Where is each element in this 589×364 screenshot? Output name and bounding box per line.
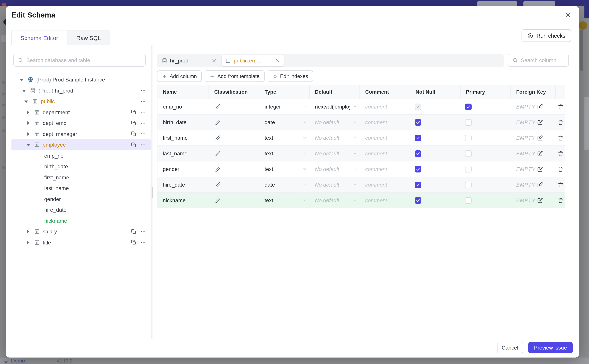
default-select[interactable]: No default bbox=[309, 130, 360, 145]
caret-right-icon[interactable] bbox=[26, 230, 30, 234]
tree-item-dept_emp[interactable]: dept_emp bbox=[11, 118, 151, 129]
tree-item-hire_date[interactable]: hire_date bbox=[11, 204, 151, 215]
column-name-cell[interactable]: hire_date bbox=[157, 177, 209, 192]
not-null-checkbox[interactable] bbox=[415, 119, 421, 125]
not-null-checkbox[interactable] bbox=[415, 150, 421, 157]
type-select[interactable]: date bbox=[259, 177, 309, 192]
type-select[interactable]: text bbox=[259, 146, 309, 161]
primary-checkbox[interactable] bbox=[465, 103, 472, 110]
duplicate-icon[interactable] bbox=[131, 110, 136, 115]
default-select[interactable]: No default bbox=[309, 193, 360, 208]
tree-item-title[interactable]: title bbox=[11, 237, 151, 248]
more-options-icon[interactable] bbox=[140, 120, 146, 126]
tree-item-hr_prod[interactable]: (Prod) hr_prod bbox=[11, 85, 151, 96]
delete-column-icon[interactable] bbox=[557, 151, 563, 156]
column-name-cell[interactable]: gender bbox=[157, 162, 209, 177]
editor-tab-public-employee[interactable]: public.em... bbox=[222, 55, 284, 66]
duplicate-icon[interactable] bbox=[131, 142, 136, 148]
comment-input[interactable]: comment bbox=[360, 162, 410, 177]
tree-item-birth_date[interactable]: birth_date bbox=[11, 161, 151, 172]
more-options-icon[interactable] bbox=[140, 240, 146, 245]
more-options-icon[interactable] bbox=[140, 88, 146, 93]
pencil-icon[interactable] bbox=[215, 197, 221, 203]
more-options-icon[interactable] bbox=[140, 110, 146, 115]
tree-item-department[interactable]: department bbox=[11, 107, 151, 118]
comment-input[interactable]: comment bbox=[360, 177, 410, 192]
primary-checkbox[interactable] bbox=[465, 197, 472, 203]
duplicate-icon[interactable] bbox=[131, 229, 136, 234]
add-from-template-button[interactable]: Add from template bbox=[205, 71, 265, 82]
delete-column-icon[interactable] bbox=[557, 104, 563, 110]
tree-item-Prod Sample Instance[interactable]: (Prod) Prod Sample Instance bbox=[11, 74, 151, 85]
caret-right-icon[interactable] bbox=[26, 121, 30, 125]
caret-down-icon[interactable] bbox=[26, 143, 30, 147]
edit-foreign-key-icon[interactable] bbox=[537, 197, 543, 203]
primary-checkbox[interactable] bbox=[465, 119, 472, 125]
caret-down-icon[interactable] bbox=[22, 89, 26, 92]
edit-indexes-button[interactable]: Edit indexes bbox=[268, 71, 313, 82]
column-search-input[interactable] bbox=[521, 57, 579, 63]
tree-search-input[interactable] bbox=[26, 57, 145, 63]
panel-resize-handle[interactable] bbox=[151, 45, 153, 339]
add-column-button[interactable]: Add column bbox=[157, 71, 202, 82]
default-select[interactable]: No default bbox=[309, 162, 360, 177]
type-select[interactable]: integer bbox=[259, 99, 309, 114]
not-null-checkbox[interactable] bbox=[415, 197, 421, 203]
tab-schema-editor[interactable]: Schema Editor bbox=[11, 30, 67, 45]
default-select[interactable]: No default bbox=[309, 177, 360, 192]
tree-item-public[interactable]: public bbox=[11, 96, 151, 107]
not-null-checkbox[interactable] bbox=[415, 182, 421, 188]
comment-input[interactable]: comment bbox=[360, 130, 410, 145]
edit-foreign-key-icon[interactable] bbox=[537, 104, 543, 110]
tree-item-salary[interactable]: salary bbox=[11, 226, 151, 237]
edit-foreign-key-icon[interactable] bbox=[537, 151, 543, 156]
tab-raw-sql[interactable]: Raw SQL bbox=[67, 30, 110, 45]
more-options-icon[interactable] bbox=[140, 99, 146, 104]
caret-down-icon[interactable] bbox=[24, 100, 28, 103]
primary-checkbox[interactable] bbox=[465, 150, 472, 157]
edit-foreign-key-icon[interactable] bbox=[537, 182, 543, 188]
duplicate-icon[interactable] bbox=[131, 240, 136, 245]
comment-input[interactable]: comment bbox=[360, 193, 410, 208]
primary-checkbox[interactable] bbox=[465, 135, 472, 141]
edit-foreign-key-icon[interactable] bbox=[537, 135, 543, 141]
column-name-cell[interactable]: last_name bbox=[157, 146, 209, 161]
tree-item-nickname[interactable]: nickname bbox=[11, 215, 151, 226]
pencil-icon[interactable] bbox=[215, 135, 221, 141]
column-name-cell[interactable]: first_name bbox=[157, 130, 209, 145]
close-tab-icon[interactable] bbox=[275, 58, 280, 63]
tree-item-last_name[interactable]: last_name bbox=[11, 183, 151, 194]
delete-column-icon[interactable] bbox=[557, 182, 563, 188]
pencil-icon[interactable] bbox=[215, 151, 221, 156]
caret-right-icon[interactable] bbox=[26, 132, 30, 136]
delete-column-icon[interactable] bbox=[557, 135, 563, 141]
default-select[interactable]: No default bbox=[309, 146, 360, 161]
column-name-cell[interactable]: nickname bbox=[157, 193, 209, 208]
pencil-icon[interactable] bbox=[215, 104, 221, 110]
type-select[interactable]: text bbox=[259, 130, 309, 145]
type-select[interactable]: text bbox=[259, 162, 309, 177]
tree-item-emp_no[interactable]: emp_no bbox=[11, 150, 151, 161]
cancel-button[interactable]: Cancel bbox=[497, 342, 523, 353]
duplicate-icon[interactable] bbox=[131, 120, 136, 126]
tree-item-dept_manager[interactable]: dept_manager bbox=[11, 129, 151, 139]
tree-item-gender[interactable]: gender bbox=[11, 194, 151, 204]
duplicate-icon[interactable] bbox=[131, 131, 136, 137]
not-null-checkbox[interactable] bbox=[415, 166, 421, 172]
not-null-checkbox[interactable] bbox=[415, 135, 421, 141]
edit-foreign-key-icon[interactable] bbox=[537, 119, 543, 125]
preview-issue-button[interactable]: Preview issue bbox=[528, 342, 573, 353]
caret-down-icon[interactable] bbox=[20, 78, 24, 82]
comment-input[interactable]: comment bbox=[360, 99, 410, 114]
default-select[interactable]: nextval('employ bbox=[309, 99, 360, 114]
close-icon[interactable] bbox=[565, 12, 571, 19]
column-name-cell[interactable]: birth_date bbox=[157, 115, 209, 130]
close-tab-icon[interactable] bbox=[212, 58, 217, 63]
primary-checkbox[interactable] bbox=[465, 182, 472, 188]
comment-input[interactable]: comment bbox=[360, 146, 410, 161]
delete-column-icon[interactable] bbox=[557, 119, 563, 125]
pencil-icon[interactable] bbox=[215, 119, 221, 125]
pencil-icon[interactable] bbox=[215, 182, 221, 188]
edit-foreign-key-icon[interactable] bbox=[537, 166, 543, 172]
tree-item-employee[interactable]: employee bbox=[11, 139, 151, 150]
